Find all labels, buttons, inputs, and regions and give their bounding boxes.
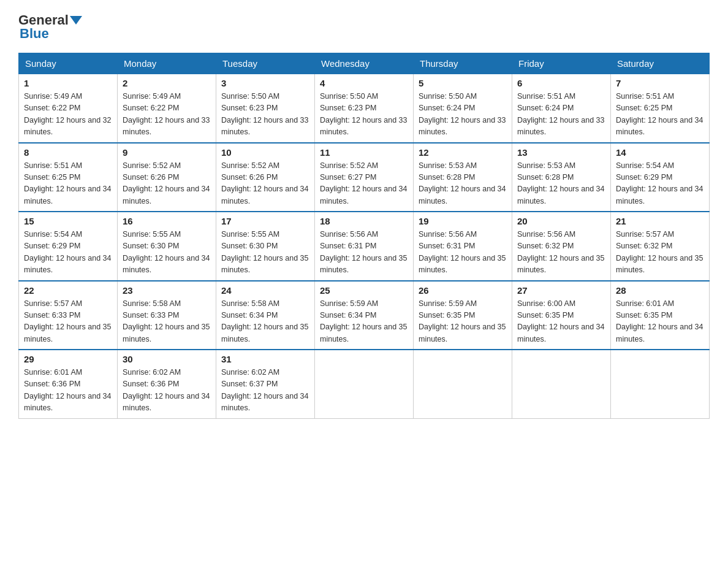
day-info: Sunrise: 5:54 AMSunset: 6:29 PMDaylight:… [24,229,112,277]
col-header-saturday: Saturday [611,53,710,74]
calendar-cell: 9 Sunrise: 5:52 AMSunset: 6:26 PMDayligh… [118,143,216,212]
day-info: Sunrise: 5:58 AMSunset: 6:33 PMDaylight:… [123,298,211,346]
calendar-cell: 11 Sunrise: 5:52 AMSunset: 6:27 PMDaylig… [315,143,414,212]
page-header: General Blue [18,12,710,42]
calendar-cell: 15 Sunrise: 5:54 AMSunset: 6:29 PMDaylig… [19,212,118,281]
day-number: 14 [616,147,704,158]
logo-arrow-icon [70,16,82,25]
day-number: 23 [123,285,211,296]
logo-blue-text: Blue [18,26,49,42]
day-number: 12 [419,147,507,158]
day-number: 6 [517,78,605,88]
day-info: Sunrise: 5:56 AMSunset: 6:31 PMDaylight:… [419,229,507,277]
day-number: 1 [24,78,112,88]
calendar-cell [315,350,414,418]
calendar-cell: 6 Sunrise: 5:51 AMSunset: 6:24 PMDayligh… [512,74,611,143]
calendar-cell: 14 Sunrise: 5:54 AMSunset: 6:29 PMDaylig… [611,143,710,212]
calendar-cell: 2 Sunrise: 5:49 AMSunset: 6:22 PMDayligh… [118,74,216,143]
day-info: Sunrise: 5:57 AMSunset: 6:33 PMDaylight:… [24,298,112,346]
calendar-cell: 7 Sunrise: 5:51 AMSunset: 6:25 PMDayligh… [611,74,710,143]
calendar-cell: 12 Sunrise: 5:53 AMSunset: 6:28 PMDaylig… [414,143,512,212]
day-info: Sunrise: 5:52 AMSunset: 6:26 PMDaylight:… [123,160,211,208]
col-header-sunday: Sunday [19,53,118,74]
calendar-cell [512,350,611,418]
day-info: Sunrise: 5:50 AMSunset: 6:23 PMDaylight:… [221,91,309,139]
logo: General Blue [18,12,83,42]
day-number: 29 [24,354,112,364]
calendar-cell: 23 Sunrise: 5:58 AMSunset: 6:33 PMDaylig… [118,281,216,350]
calendar-cell: 25 Sunrise: 5:59 AMSunset: 6:34 PMDaylig… [315,281,414,350]
col-header-wednesday: Wednesday [315,53,414,74]
calendar-cell: 18 Sunrise: 5:56 AMSunset: 6:31 PMDaylig… [315,212,414,281]
calendar-cell: 10 Sunrise: 5:52 AMSunset: 6:26 PMDaylig… [216,143,315,212]
day-number: 18 [320,216,408,226]
calendar-cell: 31 Sunrise: 6:02 AMSunset: 6:37 PMDaylig… [216,350,315,418]
day-info: Sunrise: 5:54 AMSunset: 6:29 PMDaylight:… [616,160,704,208]
day-number: 25 [320,285,408,296]
day-number: 31 [221,354,309,364]
day-number: 22 [24,285,112,296]
day-number: 24 [221,285,309,296]
day-info: Sunrise: 5:51 AMSunset: 6:25 PMDaylight:… [24,160,112,208]
day-number: 27 [517,285,605,296]
calendar-cell: 13 Sunrise: 5:53 AMSunset: 6:28 PMDaylig… [512,143,611,212]
day-info: Sunrise: 5:50 AMSunset: 6:23 PMDaylight:… [320,91,408,139]
calendar-cell: 3 Sunrise: 5:50 AMSunset: 6:23 PMDayligh… [216,74,315,143]
calendar-table: SundayMondayTuesdayWednesdayThursdayFrid… [18,53,710,419]
calendar-header-row: SundayMondayTuesdayWednesdayThursdayFrid… [19,53,710,74]
day-info: Sunrise: 5:58 AMSunset: 6:34 PMDaylight:… [221,298,309,346]
calendar-cell: 20 Sunrise: 5:56 AMSunset: 6:32 PMDaylig… [512,212,611,281]
day-number: 30 [123,354,211,364]
day-info: Sunrise: 6:01 AMSunset: 6:36 PMDaylight:… [24,367,112,415]
day-number: 9 [123,147,211,158]
day-number: 10 [221,147,309,158]
day-number: 13 [517,147,605,158]
calendar-cell: 5 Sunrise: 5:50 AMSunset: 6:24 PMDayligh… [414,74,512,143]
calendar-cell: 30 Sunrise: 6:02 AMSunset: 6:36 PMDaylig… [118,350,216,418]
day-info: Sunrise: 5:57 AMSunset: 6:32 PMDaylight:… [616,229,704,277]
day-info: Sunrise: 6:02 AMSunset: 6:37 PMDaylight:… [221,367,309,415]
col-header-friday: Friday [512,53,611,74]
day-info: Sunrise: 5:52 AMSunset: 6:26 PMDaylight:… [221,160,309,208]
day-number: 8 [24,147,112,158]
calendar-cell: 4 Sunrise: 5:50 AMSunset: 6:23 PMDayligh… [315,74,414,143]
day-number: 2 [123,78,211,88]
day-number: 20 [517,216,605,226]
calendar-cell: 16 Sunrise: 5:55 AMSunset: 6:30 PMDaylig… [118,212,216,281]
day-info: Sunrise: 6:01 AMSunset: 6:35 PMDaylight:… [616,298,704,346]
calendar-week-row: 8 Sunrise: 5:51 AMSunset: 6:25 PMDayligh… [19,143,710,212]
day-info: Sunrise: 5:56 AMSunset: 6:32 PMDaylight:… [517,229,605,277]
day-number: 3 [221,78,309,88]
day-info: Sunrise: 5:51 AMSunset: 6:25 PMDaylight:… [616,91,704,139]
calendar-cell: 8 Sunrise: 5:51 AMSunset: 6:25 PMDayligh… [19,143,118,212]
calendar-week-row: 15 Sunrise: 5:54 AMSunset: 6:29 PMDaylig… [19,212,710,281]
calendar-cell [611,350,710,418]
col-header-monday: Monday [118,53,216,74]
day-info: Sunrise: 6:02 AMSunset: 6:36 PMDaylight:… [123,367,211,415]
day-number: 7 [616,78,704,88]
day-info: Sunrise: 5:50 AMSunset: 6:24 PMDaylight:… [419,91,507,139]
calendar-cell: 22 Sunrise: 5:57 AMSunset: 6:33 PMDaylig… [19,281,118,350]
day-number: 17 [221,216,309,226]
calendar-cell: 27 Sunrise: 6:00 AMSunset: 6:35 PMDaylig… [512,281,611,350]
calendar-cell: 28 Sunrise: 6:01 AMSunset: 6:35 PMDaylig… [611,281,710,350]
calendar-cell: 21 Sunrise: 5:57 AMSunset: 6:32 PMDaylig… [611,212,710,281]
calendar-week-row: 29 Sunrise: 6:01 AMSunset: 6:36 PMDaylig… [19,350,710,418]
day-number: 16 [123,216,211,226]
day-number: 11 [320,147,408,158]
day-info: Sunrise: 5:55 AMSunset: 6:30 PMDaylight:… [123,229,211,277]
day-number: 5 [419,78,507,88]
day-info: Sunrise: 5:56 AMSunset: 6:31 PMDaylight:… [320,229,408,277]
day-info: Sunrise: 6:00 AMSunset: 6:35 PMDaylight:… [517,298,605,346]
day-info: Sunrise: 5:49 AMSunset: 6:22 PMDaylight:… [123,91,211,139]
calendar-week-row: 22 Sunrise: 5:57 AMSunset: 6:33 PMDaylig… [19,281,710,350]
day-number: 4 [320,78,408,88]
calendar-cell [414,350,512,418]
calendar-cell: 19 Sunrise: 5:56 AMSunset: 6:31 PMDaylig… [414,212,512,281]
day-number: 26 [419,285,507,296]
day-info: Sunrise: 5:53 AMSunset: 6:28 PMDaylight:… [419,160,507,208]
day-info: Sunrise: 5:53 AMSunset: 6:28 PMDaylight:… [517,160,605,208]
day-number: 19 [419,216,507,226]
calendar-cell: 24 Sunrise: 5:58 AMSunset: 6:34 PMDaylig… [216,281,315,350]
col-header-tuesday: Tuesday [216,53,315,74]
